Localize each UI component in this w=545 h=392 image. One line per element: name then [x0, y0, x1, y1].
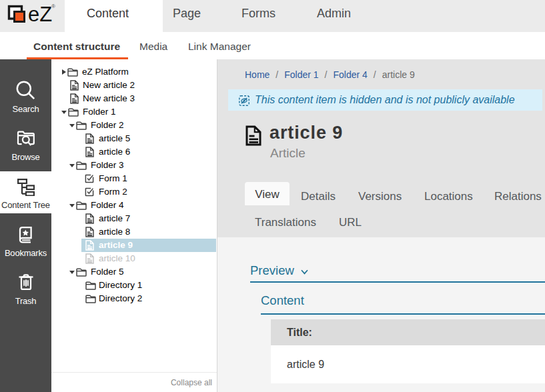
- svg-text:®: ®: [51, 3, 55, 9]
- svg-text:eZ: eZ: [28, 3, 52, 26]
